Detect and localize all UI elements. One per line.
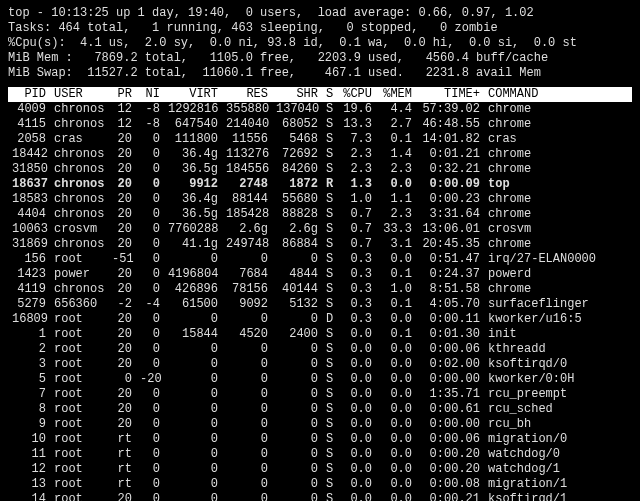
cell-virt: 0 xyxy=(164,372,222,387)
cell-cpu: 0.0 xyxy=(336,462,376,477)
cell-cpu: 0.0 xyxy=(336,357,376,372)
cell-s: R xyxy=(322,177,336,192)
process-row[interactable]: 2root200000S0.00.00:00.06kthreadd xyxy=(8,342,632,357)
col-cpu[interactable]: %CPU xyxy=(336,87,376,102)
cell-virt: 111800 xyxy=(164,132,222,147)
cell-virt: 1292816 xyxy=(164,102,222,117)
cell-shr: 72692 xyxy=(272,147,322,162)
col-mem[interactable]: %MEM xyxy=(376,87,416,102)
process-row[interactable]: 18637chronos200991227481872R1.30.00:00.0… xyxy=(8,177,632,192)
col-cmd[interactable]: COMMAND xyxy=(484,87,632,102)
cell-res: 113276 xyxy=(222,147,272,162)
summary-uptime: top - 10:13:25 up 1 day, 19:40, 0 users,… xyxy=(8,6,632,21)
cell-s: S xyxy=(322,342,336,357)
cell-time: 0:00.20 xyxy=(416,447,484,462)
cell-s: S xyxy=(322,402,336,417)
cell-pid: 4115 xyxy=(8,117,50,132)
process-row[interactable]: 10rootrt0000S0.00.00:00.06migration/0 xyxy=(8,432,632,447)
process-row[interactable]: 4009chronos12-81292816355880137040S19.64… xyxy=(8,102,632,117)
cell-cpu: 0.0 xyxy=(336,447,376,462)
cell-pr: 20 xyxy=(108,207,136,222)
cell-cmd: rcu_preempt xyxy=(484,387,632,402)
cell-pr: 0 xyxy=(108,372,136,387)
process-row[interactable]: 5root0-20000S0.00.00:00.00kworker/0:0H xyxy=(8,372,632,387)
cell-mem: 0.0 xyxy=(376,462,416,477)
cell-pr: 12 xyxy=(108,102,136,117)
process-row[interactable]: 18442chronos20036.4g11327672692S2.31.40:… xyxy=(8,147,632,162)
col-res[interactable]: RES xyxy=(222,87,272,102)
process-row[interactable]: 14root200000S0.00.00:00.21ksoftirqd/1 xyxy=(8,492,632,501)
cell-pr: 20 xyxy=(108,132,136,147)
process-row[interactable]: 12rootrt0000S0.00.00:00.20watchdog/1 xyxy=(8,462,632,477)
cell-virt: 36.4g xyxy=(164,192,222,207)
cell-time: 0:00.11 xyxy=(416,312,484,327)
process-row[interactable]: 156root-510000S0.30.00:51.47irq/27-ELAN0… xyxy=(8,252,632,267)
cell-pr: rt xyxy=(108,477,136,492)
process-row[interactable]: 8root200000S0.00.00:00.61rcu_sched xyxy=(8,402,632,417)
process-row[interactable]: 11rootrt0000S0.00.00:00.20watchdog/0 xyxy=(8,447,632,462)
col-shr[interactable]: SHR xyxy=(272,87,322,102)
col-user[interactable]: USER xyxy=(50,87,108,102)
cell-pr: 20 xyxy=(108,312,136,327)
process-row[interactable]: 1423power200419680476844844S0.30.10:24.3… xyxy=(8,267,632,282)
cell-shr: 2400 xyxy=(272,327,322,342)
cell-pid: 1 xyxy=(8,327,50,342)
cell-virt: 647540 xyxy=(164,117,222,132)
process-row[interactable]: 2058cras200111800115565468S7.30.114:01.8… xyxy=(8,132,632,147)
process-row[interactable]: 1root2001584445202400S0.00.10:01.30init xyxy=(8,327,632,342)
cell-virt: 0 xyxy=(164,447,222,462)
cell-pid: 16809 xyxy=(8,312,50,327)
cell-cmd: migration/0 xyxy=(484,432,632,447)
cell-mem: 0.1 xyxy=(376,132,416,147)
cell-pr: 12 xyxy=(108,117,136,132)
col-virt[interactable]: VIRT xyxy=(164,87,222,102)
cell-virt: 41.1g xyxy=(164,237,222,252)
cell-pid: 9 xyxy=(8,417,50,432)
cell-s: S xyxy=(322,447,336,462)
process-row[interactable]: 9root200000S0.00.00:00.00rcu_bh xyxy=(8,417,632,432)
cell-cpu: 0.3 xyxy=(336,312,376,327)
cell-res: 0 xyxy=(222,477,272,492)
cell-s: S xyxy=(322,357,336,372)
cell-mem: 0.0 xyxy=(376,492,416,501)
cell-res: 0 xyxy=(222,357,272,372)
cell-user: chronos xyxy=(50,282,108,297)
cell-cpu: 19.6 xyxy=(336,102,376,117)
process-row[interactable]: 4119chronos2004268967815640144S0.31.08:5… xyxy=(8,282,632,297)
cell-pid: 18442 xyxy=(8,147,50,162)
cell-virt: 0 xyxy=(164,357,222,372)
cell-shr: 0 xyxy=(272,402,322,417)
cell-res: 355880 xyxy=(222,102,272,117)
process-row[interactable]: 31850chronos20036.5g18455684260S2.32.30:… xyxy=(8,162,632,177)
cell-ni: 0 xyxy=(136,282,164,297)
process-row[interactable]: 10063crosvm20077602882.6g2.6gS0.733.313:… xyxy=(8,222,632,237)
cell-ni: 0 xyxy=(136,417,164,432)
process-row[interactable]: 5279656360-2-46150090925132S0.30.14:05.7… xyxy=(8,297,632,312)
process-row[interactable]: 4115chronos12-864754021404068052S13.32.7… xyxy=(8,117,632,132)
process-row[interactable]: 31869chronos20041.1g24974886884S0.73.120… xyxy=(8,237,632,252)
cell-shr: 0 xyxy=(272,372,322,387)
col-pr[interactable]: PR xyxy=(108,87,136,102)
cell-ni: 0 xyxy=(136,222,164,237)
cell-pr: 20 xyxy=(108,387,136,402)
cell-time: 1:35.71 xyxy=(416,387,484,402)
cell-user: root xyxy=(50,312,108,327)
col-time[interactable]: TIME+ xyxy=(416,87,484,102)
process-row[interactable]: 18583chronos20036.4g8814455680S1.01.10:0… xyxy=(8,192,632,207)
cell-cpu: 0.0 xyxy=(336,417,376,432)
process-row[interactable]: 3root200000S0.00.00:02.00ksoftirqd/0 xyxy=(8,357,632,372)
cell-ni: 0 xyxy=(136,147,164,162)
cell-cmd: watchdog/0 xyxy=(484,447,632,462)
cell-time: 57:39.02 xyxy=(416,102,484,117)
col-pid[interactable]: PID xyxy=(8,87,50,102)
process-row[interactable]: 7root200000S0.00.01:35.71rcu_preempt xyxy=(8,387,632,402)
cell-mem: 0.1 xyxy=(376,297,416,312)
col-ni[interactable]: NI xyxy=(136,87,164,102)
process-row[interactable]: 13rootrt0000S0.00.00:00.08migration/1 xyxy=(8,477,632,492)
cell-pid: 10063 xyxy=(8,222,50,237)
cell-cpu: 0.7 xyxy=(336,237,376,252)
col-s[interactable]: S xyxy=(322,87,336,102)
process-row[interactable]: 16809root200000D0.30.00:00.11kworker/u16… xyxy=(8,312,632,327)
cell-res: 2.6g xyxy=(222,222,272,237)
process-row[interactable]: 4404chronos20036.5g18542888828S0.72.33:3… xyxy=(8,207,632,222)
